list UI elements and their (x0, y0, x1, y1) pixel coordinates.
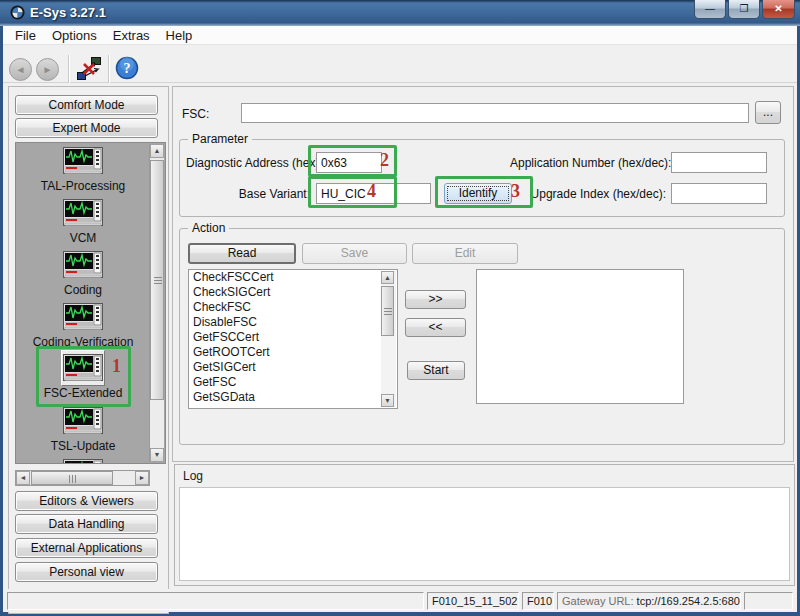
sidebar: Comfort Mode Expert Mode TAL-Pr (8, 86, 169, 614)
menu-item-options[interactable]: Options (44, 26, 105, 45)
annotation-number-2: 2 (380, 150, 389, 171)
log-content[interactable] (179, 487, 790, 581)
list-item[interactable]: CheckFSCCert (189, 270, 397, 285)
sidebar-item-tsl-update[interactable]: TSL-Update (16, 407, 150, 453)
sidebar-nav-panel: TAL-Processing VCM (15, 142, 166, 464)
minimize-button[interactable]: — (694, 0, 726, 19)
application-number-label: Application Number (hex/dec): (510, 156, 666, 170)
ecu-icon (63, 407, 103, 435)
base-variant-label: Base Variant: (186, 187, 310, 201)
move-right-button[interactable]: >> (405, 290, 466, 309)
action-legend: Action (188, 221, 229, 235)
available-functions-list[interactable]: CheckFSCCert CheckSIGCert CheckFSC Disab… (188, 269, 398, 409)
scrollbar-thumb[interactable] (150, 160, 164, 400)
sidebar-vertical-scrollbar[interactable]: ▲ ▼ (149, 144, 164, 462)
menu-item-help[interactable]: Help (158, 26, 201, 45)
close-button[interactable]: ✕ (762, 0, 795, 19)
sidebar-item-coding[interactable]: Coding (16, 251, 150, 297)
annotation-number-3: 3 (511, 181, 520, 202)
diagnostic-address-input[interactable] (316, 152, 382, 173)
application-number-input[interactable] (671, 152, 767, 173)
upgrade-index-input[interactable] (671, 183, 767, 204)
gateway-url-label: Gateway URL: (562, 595, 634, 607)
selected-functions-list[interactable] (476, 269, 684, 404)
list-item[interactable]: DisableFSC (189, 315, 397, 330)
list-item[interactable]: GetROOTCert (189, 345, 397, 360)
list-item[interactable]: GetSGData (189, 390, 397, 405)
toolbar-separator (68, 55, 69, 83)
list-item[interactable]: GetSIGCert (189, 360, 397, 375)
main-panel: FSC: ... Parameter Diagnostic Address (h… (172, 86, 794, 462)
parameter-legend: Parameter (188, 132, 252, 146)
status-gateway-url: Gateway URL: tcp://169.254.2.5:6801 (557, 592, 741, 610)
scroll-left-icon[interactable]: ◄ (16, 471, 30, 485)
diagnostic-address-label: Diagnostic Address (hex): (186, 156, 310, 170)
help-button[interactable]: ? (115, 56, 141, 82)
nav-label: FSC-Extended (16, 386, 150, 400)
scrollbar-thumb[interactable] (31, 471, 113, 485)
window-title: E-Sys 3.27.1 (30, 5, 106, 20)
window-titlebar[interactable]: E-Sys 3.27.1 — ❐ ✕ (0, 0, 800, 26)
menubar: File Options Extras Help (3, 26, 797, 45)
identify-button[interactable]: Identify (444, 183, 512, 204)
back-button[interactable]: ◄ (9, 58, 32, 81)
menu-item-file[interactable]: File (7, 26, 44, 45)
list-item[interactable]: GetFSC (189, 375, 397, 390)
ecu-icon (63, 199, 103, 227)
action-group: Action Read Save Edit CheckFSCCert Check… (179, 228, 785, 445)
sidebar-item-tal-processing[interactable]: TAL-Processing (16, 147, 150, 193)
move-left-button[interactable]: << (405, 318, 466, 337)
personal-view-button[interactable]: Personal view (15, 562, 158, 582)
data-handling-button[interactable]: Data Handling (15, 514, 158, 534)
maximize-button[interactable]: ❐ (728, 0, 760, 19)
sidebar-item-fsc-extended[interactable]: FSC-Extended (16, 354, 150, 400)
list-vertical-scrollbar[interactable]: ▲ ▼ (381, 271, 396, 407)
menu-item-extras[interactable]: Extras (105, 26, 158, 45)
status-series: F010 (522, 592, 554, 610)
save-button[interactable]: Save (302, 243, 407, 264)
external-applications-button[interactable]: External Applications (15, 538, 158, 558)
fsc-input[interactable] (241, 103, 749, 123)
ecu-icon (63, 251, 103, 279)
list-item[interactable]: CheckSIGCert (189, 285, 397, 300)
sidebar-horizontal-scrollbar[interactable]: ◄ ► (15, 470, 150, 486)
ecu-icon (63, 147, 103, 175)
scrollbar-thumb[interactable] (381, 286, 394, 336)
bmw-logo-icon (10, 5, 25, 20)
scroll-down-icon[interactable]: ▼ (381, 394, 394, 407)
nav-label: Coding (16, 283, 150, 297)
toolbar: ◄ ► ? (3, 45, 797, 83)
gateway-url-value: tcp://169.254.2.5:6801 (637, 595, 741, 607)
scroll-up-icon[interactable]: ▲ (381, 271, 394, 284)
read-button[interactable]: Read (188, 243, 296, 264)
help-question-icon: ? (115, 56, 139, 80)
nav-label: TAL-Processing (16, 179, 150, 193)
ecu-icon (63, 303, 103, 331)
start-button[interactable]: Start (407, 361, 465, 380)
connect-button[interactable] (76, 56, 102, 82)
scroll-up-icon[interactable]: ▲ (150, 144, 164, 158)
vehicle-connection-icon (76, 56, 102, 82)
comfort-mode-button[interactable]: Comfort Mode (15, 95, 158, 115)
ecu-icon (63, 459, 103, 464)
scroll-right-icon[interactable]: ► (135, 471, 149, 485)
edit-button[interactable]: Edit (412, 243, 518, 264)
toolbar-separator (108, 55, 109, 83)
list-item[interactable]: GetFSCCert (189, 330, 397, 345)
scroll-down-icon[interactable]: ▼ (150, 448, 164, 462)
sidebar-item-coding-verification[interactable]: Coding-Verification (16, 303, 150, 349)
list-item[interactable]: CheckFSC (189, 300, 397, 315)
annotation-number-1: 1 (112, 356, 121, 377)
log-panel: Log (174, 464, 795, 586)
forward-arrow-icon: ► (43, 64, 53, 75)
sidebar-item-vcm[interactable]: VCM (16, 199, 150, 245)
app-body: File Options Extras Help ◄ ► (3, 26, 797, 612)
forward-button[interactable]: ► (36, 58, 59, 81)
expert-mode-button[interactable]: Expert Mode (15, 118, 158, 138)
fsc-browse-button[interactable]: ... (755, 101, 781, 124)
status-cell-right (744, 592, 793, 610)
back-arrow-icon: ◄ (16, 64, 26, 75)
annotation-number-4: 4 (367, 181, 376, 202)
editors-viewers-button[interactable]: Editors & Viewers (15, 491, 158, 511)
parameter-group: Parameter Diagnostic Address (hex): Appl… (179, 139, 785, 217)
